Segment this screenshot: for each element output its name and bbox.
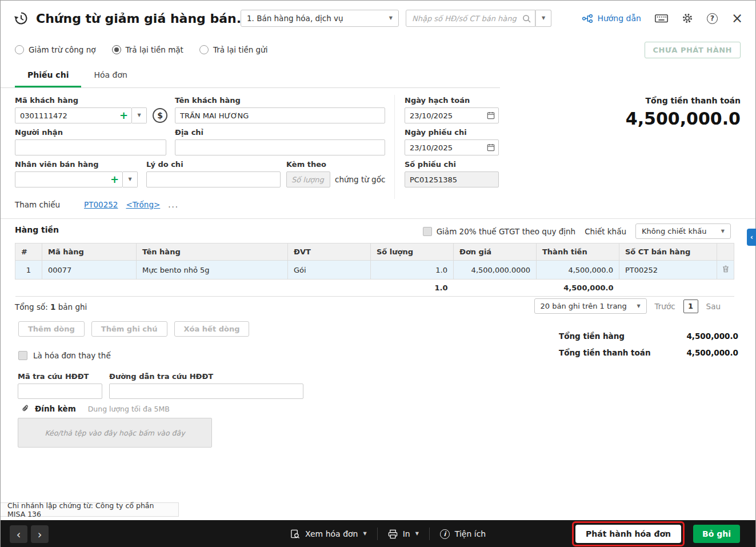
salesperson-input[interactable] [15,171,123,187]
posting-date-input[interactable] [405,107,499,123]
summary-qty: 1.0 [371,280,454,297]
search-icon[interactable] [522,14,531,25]
add-row-button[interactable]: Thêm dòng [18,321,85,337]
cell-ref[interactable]: PT00252 [619,261,717,280]
next-page-button[interactable]: Sau [706,302,721,311]
grid-actions: Thêm dòng Thêm ghi chú Xóa hết dòng [18,321,249,337]
publish-invoice-button[interactable]: Phát hành hóa đơn [575,525,681,543]
prev-page-button[interactable]: Trước [655,302,675,311]
tab-phieu-chi[interactable]: Phiếu chi [15,63,81,87]
receiver-label: Người nhận [15,128,166,137]
guide-link[interactable]: Hướng dẫn [582,14,641,23]
col-code[interactable]: Mã hàng [42,243,137,261]
utilities-button[interactable]: i Tiện ích [430,529,496,539]
customer-balance-icon[interactable]: $ [153,108,167,123]
radio-label: Giảm trừ công nợ [29,45,96,54]
current-page[interactable]: 1 [683,300,698,313]
tab-hoa-don[interactable]: Hóa đơn [81,63,139,87]
vat-reduction-checkbox[interactable] [423,227,432,236]
guide-label: Hướng dẫn [597,14,641,23]
cancel-save-button[interactable]: Bỏ ghi [693,525,740,543]
reason-label: Lý do chi [146,160,281,169]
doc-type-value: 1. Bán hàng hóa, dịch vụ [247,14,343,23]
doc-type-dropdown[interactable]: 1. Bán hàng hóa, dịch vụ ▼ [241,10,399,27]
document-magnifier-icon [290,529,300,539]
calendar-icon[interactable] [487,143,495,153]
delete-row-icon[interactable] [722,265,730,273]
col-amount[interactable]: Thành tiền [537,243,619,261]
customer-code-dropdown-button[interactable]: ▼ [132,107,147,123]
discount-dropdown[interactable]: Không chiết khấu ▼ [635,223,731,239]
reference-more-button[interactable]: ... [168,200,179,209]
chevron-down-icon: ▼ [128,177,131,182]
cell-unit[interactable]: Gói [288,261,371,280]
col-no[interactable]: # [15,243,42,261]
search-dropdown-button[interactable]: ▼ [535,10,551,27]
calendar-icon[interactable] [487,111,495,121]
cell-code[interactable]: 00077 [42,261,137,280]
cell-amount[interactable]: 4,500,000.0 [537,261,619,280]
keyboard-shortcuts-icon[interactable] [655,13,668,23]
col-qty[interactable]: Số lượng [371,243,454,261]
einvoice-url-field: Đường dẫn tra cứu HĐĐT [109,372,303,399]
add-customer-icon[interactable]: + [119,109,128,122]
col-ref[interactable]: Số CT bán hàng [619,243,717,261]
payment-date-input[interactable] [405,139,499,155]
einvoice-code-input[interactable] [18,384,102,399]
paperclip-icon [21,404,30,413]
customer-code-label: Mã khách hàng [15,96,175,105]
cell-no[interactable]: 1 [15,261,42,280]
receiver-input[interactable] [15,139,166,155]
payment-no-input[interactable] [405,171,499,187]
cell-qty[interactable]: 1.0 [371,261,454,280]
reason-input[interactable] [146,171,281,187]
einvoice-url-input[interactable] [109,384,303,399]
print-button[interactable]: In ▼ [378,529,429,539]
collapse-panel-button[interactable]: ‹ [747,229,756,246]
col-unit[interactable]: ĐVT [288,243,371,261]
salesperson-field: Nhân viên bán hàng + ▼ [15,160,138,187]
radio-checked-icon [112,45,121,54]
gear-icon[interactable] [682,13,693,24]
reference-link-1[interactable]: PT00252 [84,200,118,209]
invoice-search-input[interactable] [406,10,535,27]
table-row[interactable]: 1 00077 Mực bento nhỏ 5g Gói 1.0 4,500,0… [15,261,734,280]
page-size-dropdown[interactable]: 20 bản ghi trên 1 trang ▼ [534,298,647,314]
radio-tra-lai-tien-mat[interactable]: Trả lại tiền mặt [112,45,183,54]
replacement-invoice-label: Là hóa đơn thay thế [33,351,111,360]
history-icon[interactable] [13,10,29,26]
customer-name-input[interactable] [175,107,385,123]
help-icon[interactable]: ? [707,13,718,24]
col-name[interactable]: Tên hàng [137,243,288,261]
header-bar: Chứng từ giảm giá hàng bán... 1. Bán hàn… [1,1,755,36]
col-price[interactable]: Đơn giá [454,243,537,261]
totals-summary: Tổng tiền hàng 4,500,000.0 Tổng tiền tha… [559,328,738,361]
view-invoice-button[interactable]: Xem hóa đơn ▼ [280,529,377,539]
add-note-button[interactable]: Thêm ghi chú [91,321,167,337]
grand-total-value: 4,500,000.0 [626,109,741,129]
radio-icon [15,45,24,54]
pagination: 20 bản ghi trên 1 trang ▼ Trước 1 Sau [534,298,721,314]
radio-icon [199,45,209,54]
address-input[interactable] [175,139,385,155]
delete-all-rows-button[interactable]: Xóa hết dòng [174,321,250,337]
customer-code-input[interactable] [15,107,132,123]
cell-name[interactable]: Mực bento nhỏ 5g [137,261,288,280]
payment-no-field: Số phiếu chi [405,160,499,187]
prev-voucher-button[interactable]: ‹ [10,525,27,543]
next-voucher-button[interactable]: › [31,525,49,543]
radio-tra-lai-tien-gui[interactable]: Trả lại tiền gửi [199,45,268,54]
add-salesperson-icon[interactable]: + [110,173,119,186]
enclosed-field: Kèm theo chứng từ gốc [286,160,389,187]
invoice-search: ▼ [406,10,551,27]
reference-link-2[interactable]: <Trống> [126,200,160,209]
close-icon[interactable]: × [731,11,743,25]
radio-giam-tru-cong-no[interactable]: Giảm trừ công nợ [15,45,96,54]
cell-delete [717,261,734,280]
cell-price[interactable]: 4,500,000.0000 [454,261,537,280]
replacement-invoice-checkbox[interactable] [18,351,27,360]
salesperson-dropdown-button[interactable]: ▼ [123,171,138,187]
app-window: Chứng từ giảm giá hàng bán... 1. Bán hàn… [0,0,756,547]
file-dropzone[interactable]: Kéo/thả tệp vào đây hoặc bấm vào đây [18,418,212,448]
enclosed-qty-input[interactable] [286,171,330,187]
